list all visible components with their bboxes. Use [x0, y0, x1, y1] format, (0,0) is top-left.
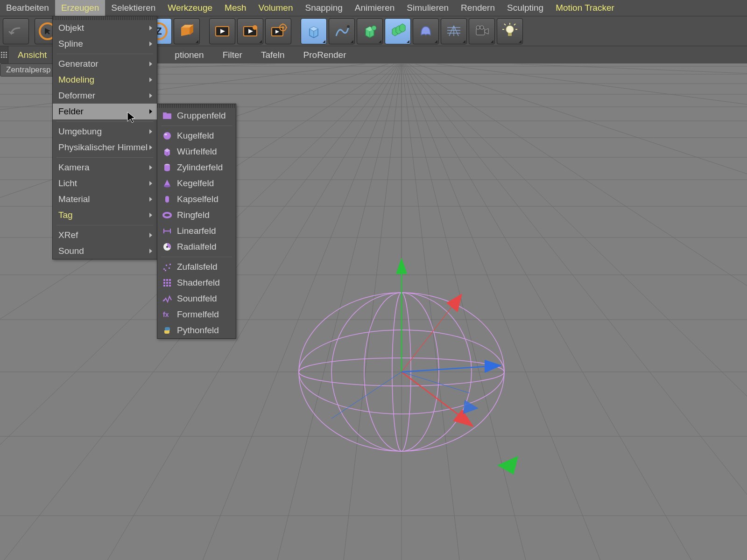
dropdown-item-umgebung[interactable]: Umgebung: [53, 124, 157, 140]
add-camera-button[interactable]: [469, 18, 495, 44]
svg-rect-113: [6, 54, 7, 56]
render-settings-button[interactable]: [265, 18, 291, 44]
menu-simulieren[interactable]: Simulieren: [401, 0, 455, 16]
dropdown-item-kamera[interactable]: Kamera: [53, 160, 157, 175]
svg-line-26: [402, 64, 626, 560]
dropdown-item-xref[interactable]: XRef: [53, 227, 157, 243]
python-icon: [162, 325, 172, 336]
dropdown-item-sound[interactable]: Sound: [53, 243, 157, 259]
menu-mesh[interactable]: Mesh: [218, 0, 252, 16]
svg-line-24: [402, 64, 467, 560]
dropdown-item-felder[interactable]: Felder: [53, 104, 157, 119]
menu-motion-tracker[interactable]: Motion Tracker: [550, 0, 620, 16]
svg-point-130: [163, 213, 171, 217]
svg-rect-115: [3, 56, 5, 58]
add-light-button[interactable]: [497, 18, 523, 44]
dropdown-item-deformer[interactable]: Deformer: [53, 88, 157, 104]
add-generator-button[interactable]: [357, 18, 383, 44]
dropdown-item-modeling[interactable]: Modeling: [53, 72, 157, 88]
add-instance-button[interactable]: [385, 18, 411, 44]
svg-marker-45: [396, 258, 407, 274]
submenu-item-linearfeld[interactable]: Linearfeld: [157, 223, 236, 239]
undo-button[interactable]: [3, 18, 29, 44]
svg-rect-147: [163, 285, 165, 287]
menubar: BearbeitenErzeugenSelektierenWerkzeugeMe…: [0, 0, 747, 16]
menu-sculpting[interactable]: Sculpting: [501, 0, 550, 16]
menu-animieren[interactable]: Animieren: [349, 0, 401, 16]
svg-rect-111: [1, 54, 2, 56]
svg-line-30: [402, 64, 747, 531]
submenu-item-formelfeld[interactable]: fxFormelfeld: [157, 307, 236, 322]
svg-rect-137: [166, 265, 167, 266]
submenu-item-kegelfeld[interactable]: Kegelfeld: [157, 175, 236, 191]
coord-system-button[interactable]: [174, 18, 200, 44]
dropdown-item-tag[interactable]: Tag: [53, 207, 157, 223]
dropdown-item-physikalischer-himmel[interactable]: Physikalischer Himmel: [53, 140, 157, 155]
svg-point-101: [506, 26, 514, 33]
svg-rect-139: [165, 270, 166, 271]
svg-rect-116: [6, 56, 7, 58]
submenu-item-label: Radialfeld: [177, 242, 217, 252]
add-deformer-button[interactable]: [413, 18, 439, 44]
submenu-item-gruppenfeld[interactable]: Gruppenfeld: [157, 108, 236, 124]
view-menu-filter[interactable]: Filter: [213, 46, 252, 63]
dropdown-item-licht[interactable]: Licht: [53, 175, 157, 191]
submenu-item-kapselfeld[interactable]: Kapselfeld: [157, 191, 236, 207]
svg-point-128: [164, 185, 170, 188]
dropdown-item-spline[interactable]: Spline: [53, 36, 157, 52]
svg-point-135: [166, 246, 168, 248]
svg-line-107: [514, 24, 515, 25]
menu-rendern[interactable]: Rendern: [455, 0, 501, 16]
add-cube-button[interactable]: [301, 18, 327, 44]
svg-line-22: [336, 64, 402, 560]
submenu-item-label: Pythonfeld: [177, 325, 219, 336]
menu-erzeugen[interactable]: Erzeugen: [55, 0, 105, 16]
svg-point-98: [476, 26, 480, 29]
view-menu-ansicht[interactable]: Ansicht: [8, 46, 56, 63]
view-menu-tafeln[interactable]: Tafeln: [252, 46, 294, 63]
submenu-item-würfelfeld[interactable]: Würfelfeld: [157, 144, 236, 160]
perspective-label[interactable]: Zentralpersp: [0, 63, 56, 77]
dropdown-item-generator[interactable]: Generator: [53, 56, 157, 72]
menu-selektieren[interactable]: Selektieren: [105, 0, 162, 16]
svg-rect-110: [6, 52, 7, 53]
submenu-item-label: Kapselfeld: [177, 194, 218, 204]
submenu-item-label: Soundfeld: [177, 294, 217, 304]
sound-icon: [162, 294, 172, 304]
svg-rect-118: [163, 112, 167, 114]
dropdown-item-objekt[interactable]: Objekt: [53, 20, 157, 36]
add-spline-button[interactable]: [329, 18, 355, 44]
submenu-item-ringfeld[interactable]: Ringfeld: [157, 207, 236, 223]
render-picture-viewer-button[interactable]: [237, 18, 263, 44]
submenu-item-shaderfeld[interactable]: Shaderfeld: [157, 275, 236, 291]
radial-icon: [162, 242, 172, 252]
svg-marker-90: [400, 24, 405, 32]
dropdown-item-material[interactable]: Material: [53, 191, 157, 207]
render-view-button[interactable]: [209, 18, 235, 44]
view-menu-optionen[interactable]: ptionen: [165, 46, 213, 63]
grid-icon[interactable]: [0, 46, 8, 63]
submenu-item-soundfeld[interactable]: Soundfeld: [157, 291, 236, 307]
svg-rect-109: [3, 52, 5, 53]
submenu-item-zylinderfeld[interactable]: Zylinderfeld: [157, 160, 236, 175]
svg-line-106: [504, 24, 506, 25]
submenu-item-label: Formelfeld: [177, 309, 219, 320]
view-menu-prorender[interactable]: ProRender: [294, 46, 356, 63]
submenu-item-radialfeld[interactable]: Radialfeld: [157, 239, 236, 255]
svg-point-126: [164, 168, 170, 171]
menu-volumen[interactable]: Volumen: [253, 0, 299, 16]
menu-bearbeiten[interactable]: Bearbeiten: [0, 0, 55, 16]
capsule-icon: [162, 194, 172, 204]
svg-rect-143: [169, 279, 171, 281]
submenu-item-pythonfeld[interactable]: Pythonfeld: [157, 322, 236, 338]
submenu-item-kugelfeld[interactable]: Kugelfeld: [157, 128, 236, 144]
menu-snapping[interactable]: Snapping: [299, 0, 349, 16]
felder-submenu: GruppenfeldKugelfeldWürfelfeldZylinderfe…: [157, 104, 236, 339]
add-environment-button[interactable]: [441, 18, 467, 44]
submenu-item-label: Zylinderfeld: [177, 162, 223, 173]
menu-werkzeuge[interactable]: Werkzeuge: [162, 0, 218, 16]
submenu-item-label: Kugelfeld: [177, 131, 214, 141]
submenu-item-zufallsfeld[interactable]: Zufallsfeld: [157, 259, 236, 275]
svg-line-53: [402, 372, 469, 393]
svg-rect-144: [163, 282, 165, 284]
